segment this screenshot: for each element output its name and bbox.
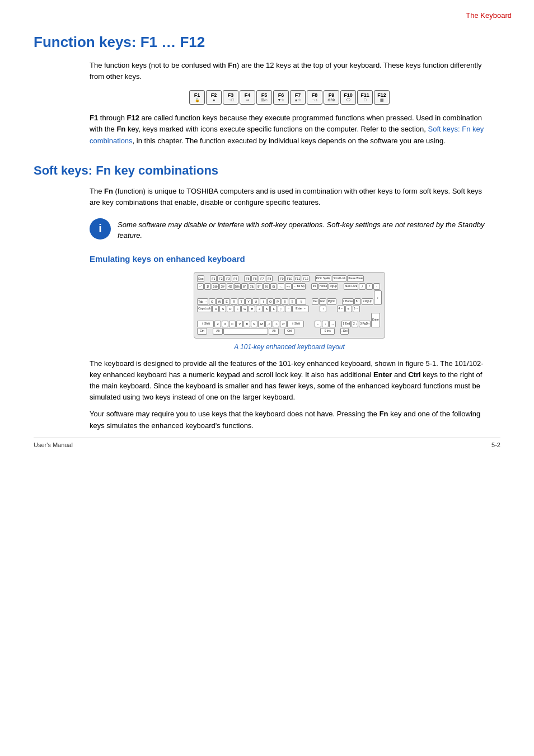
key-enter: Enter ← — [292, 306, 309, 312]
key-t: T — [238, 298, 245, 305]
key-num2: 2 ↓ — [352, 321, 358, 327]
key-6: 6^ — [241, 283, 248, 290]
note-box: i Some software may disable or interfere… — [90, 217, 489, 241]
key-num-slash: / — [359, 283, 366, 290]
key-4: 4$ — [227, 283, 233, 290]
key-prtsc: PrtSc SysRq — [315, 275, 332, 282]
key-z: Z — [214, 321, 221, 327]
key-b: B — [243, 321, 250, 327]
key-l: L — [270, 306, 277, 312]
keyboard-diagram: Esc F1 F2 F3 F4 F5 F6 F7 F8 F9 F10 F11 F… — [194, 272, 385, 339]
key-num-star: * — [366, 283, 373, 290]
page-chapter-title: The Keyboard — [466, 11, 512, 20]
key-pgup-top: PgUp — [329, 283, 338, 290]
key-num-minus: - — [373, 283, 380, 290]
key-f3: F3 — [224, 275, 231, 282]
note-text: Some software may disable or interfere w… — [118, 217, 489, 241]
key-space — [223, 328, 268, 335]
key-s: S — [219, 306, 226, 312]
section1-para1: The function keys (not to be confused wi… — [90, 60, 489, 82]
key-num5: 5 — [345, 306, 352, 312]
key-x: X — [222, 321, 228, 327]
keyboard-diagram-container: Esc F1 F2 F3 F4 F5 F6 F7 F8 F9 F10 F11 F… — [90, 272, 489, 339]
key-num-enter: Enter — [371, 313, 380, 327]
key-9: 9( — [263, 283, 270, 290]
info-icon: i — [90, 218, 111, 240]
key-f6: F6 — [251, 275, 258, 282]
subsection-para1: The keyboard is designed to provide all … — [90, 358, 489, 403]
key-num7: 7 Home — [342, 298, 354, 305]
key-up-arrow: ↑ — [320, 306, 326, 312]
key-n: N — [251, 321, 257, 327]
key-capslock: CapsLock — [197, 306, 212, 312]
fkeys-diagram: F1🔒 F2● F3→□ F4⇒ F5⊞/○ F6▼☆ F7▲☆ F8→♪ F9… — [90, 90, 489, 105]
key-esc: Esc — [197, 275, 204, 282]
key-period: .> — [273, 321, 279, 327]
fkey-f2: F2● — [206, 90, 222, 105]
key-num0: 0 Ins — [320, 328, 335, 335]
key-u: U — [252, 298, 259, 305]
fkey-f10: F10🖵 — [340, 90, 356, 105]
key-num-del: . Del — [340, 328, 348, 335]
key-end: End — [319, 298, 326, 305]
key-f7: F7 — [259, 275, 265, 282]
key-d: D — [227, 306, 233, 312]
key-right-arrow: → — [329, 321, 336, 327]
key-0: 0) — [270, 283, 277, 290]
key-home: Home — [318, 283, 328, 290]
fkey-f3: F3→□ — [223, 90, 238, 105]
fkey-f4: F4⇒ — [240, 90, 255, 105]
fkey-f11: F11□ — [357, 90, 373, 105]
key-p: P — [274, 298, 281, 305]
key-f12: F12 — [302, 275, 309, 282]
key-num-plus: + — [374, 290, 382, 305]
key-rbracket: ]} — [289, 298, 296, 305]
key-j: J — [256, 306, 263, 312]
subsection-title: Emulating keys on enhanced keyboard — [90, 252, 489, 265]
key-tab: Tab → — [197, 298, 208, 305]
key-y: Y — [245, 298, 252, 305]
section2-para1: The Fn (function) is unique to TOSHIBA c… — [90, 186, 489, 208]
key-numlock: Num Lock — [344, 283, 359, 290]
key-e: E — [223, 298, 230, 305]
key-down-arrow: ↓ — [322, 321, 329, 327]
section1-title: Function keys: F1 … F12 — [34, 34, 500, 51]
key-f5: F5 — [244, 275, 251, 282]
key-num8: 8 ↑ — [354, 298, 361, 305]
key-lbracket: [{ — [282, 298, 288, 305]
key-f9: F9 — [278, 275, 285, 282]
footer: User's Manual 5-2 — [34, 438, 500, 448]
key-7: 7& — [249, 283, 255, 290]
key-quote: '" — [285, 306, 292, 312]
key-f8: F8 — [266, 275, 273, 282]
key-minus: -_ — [278, 283, 284, 290]
key-k: K — [263, 306, 270, 312]
key-ralt: Alt — [269, 328, 279, 335]
key-lctrl: Ctrl — [197, 328, 207, 335]
key-scroll: Scroll Lock — [332, 275, 346, 282]
key-f1: F1 — [210, 275, 217, 282]
key-backspace: ← Bk Sp — [292, 283, 306, 290]
key-num4: 4 ← — [337, 306, 344, 312]
fkey-f8: F8→♪ — [307, 90, 322, 105]
key-num9: 9 PgUp — [362, 298, 373, 305]
key-pgdn: PgDn — [327, 298, 336, 305]
key-num3: 3 PgDn — [359, 321, 371, 327]
section2-title: Soft keys: Fn key combinations — [34, 163, 500, 178]
key-rshift: ⇧ Shift — [287, 321, 304, 327]
key-5: 5% — [234, 283, 241, 290]
key-tilde: ~` — [197, 283, 204, 290]
key-i: I — [260, 298, 266, 305]
footer-right: 5-2 — [491, 442, 500, 448]
key-1: 1! — [204, 283, 211, 290]
key-lshift: ⇧ Shift — [197, 321, 214, 327]
key-3: 3# — [219, 283, 226, 290]
key-8: 8* — [256, 283, 263, 290]
key-2: 2@ — [212, 283, 219, 290]
fkey-f12: F12▦ — [374, 90, 390, 105]
fkey-f6: F6▼☆ — [273, 90, 289, 105]
fkey-f5: F5⊞/○ — [256, 90, 272, 105]
key-left-arrow: ← — [315, 321, 321, 327]
key-f10: F10 — [285, 275, 293, 282]
key-pause: Pause Break — [347, 275, 364, 282]
